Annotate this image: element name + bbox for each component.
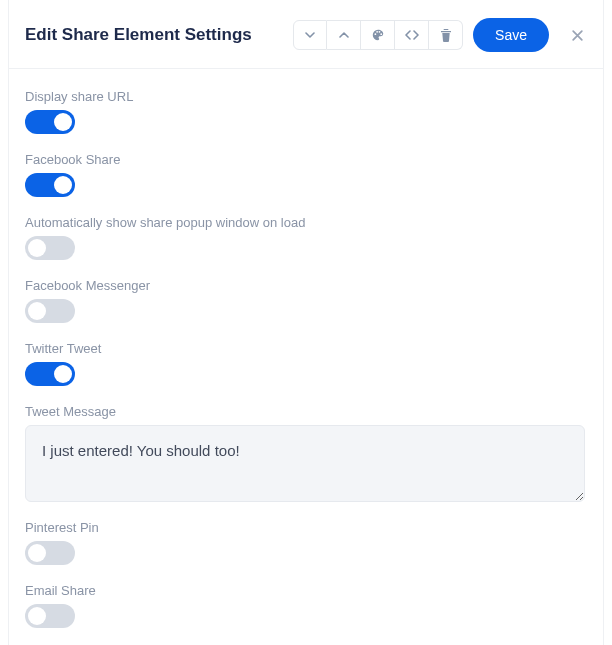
trash-icon (440, 28, 452, 42)
header-actions: Save (293, 18, 587, 52)
toggle-email-share[interactable] (25, 604, 75, 628)
field-label: Automatically show share popup window on… (25, 215, 587, 230)
delete-button[interactable] (429, 20, 463, 50)
field-label: Tweet Message (25, 404, 587, 419)
field-label: Pinterest Pin (25, 520, 587, 535)
toggle-knob (28, 239, 46, 257)
field-display-share-url: Display share URL (25, 89, 587, 138)
code-icon (405, 29, 419, 41)
settings-panel: Edit Share Element Settings (8, 0, 604, 645)
field-facebook-messenger: Facebook Messenger (25, 278, 587, 327)
toggle-knob (54, 176, 72, 194)
field-label: Email Share (25, 583, 587, 598)
panel-title: Edit Share Element Settings (25, 25, 252, 45)
chevron-down-icon (305, 30, 315, 40)
toolbar-icon-group (293, 20, 463, 50)
tweet-message-input[interactable] (25, 425, 585, 502)
toggle-knob (28, 544, 46, 562)
palette-icon (371, 28, 385, 42)
move-down-button[interactable] (293, 20, 327, 50)
close-icon (571, 29, 584, 42)
field-facebook-share: Facebook Share (25, 152, 587, 201)
toggle-knob (54, 365, 72, 383)
toggle-facebook-share[interactable] (25, 173, 75, 197)
toggle-display-share-url[interactable] (25, 110, 75, 134)
field-auto-popup: Automatically show share popup window on… (25, 215, 587, 264)
save-button[interactable]: Save (473, 18, 549, 52)
toggle-pinterest-pin[interactable] (25, 541, 75, 565)
code-button[interactable] (395, 20, 429, 50)
field-label: Facebook Share (25, 152, 587, 167)
style-button[interactable] (361, 20, 395, 50)
toggle-auto-popup[interactable] (25, 236, 75, 260)
toggle-facebook-messenger[interactable] (25, 299, 75, 323)
panel-body: Display share URL Facebook Share Automat… (9, 69, 603, 645)
field-twitter-tweet: Twitter Tweet (25, 341, 587, 390)
field-label: Twitter Tweet (25, 341, 587, 356)
toggle-twitter-tweet[interactable] (25, 362, 75, 386)
panel-header: Edit Share Element Settings (9, 0, 603, 69)
field-label: Facebook Messenger (25, 278, 587, 293)
move-up-button[interactable] (327, 20, 361, 50)
close-button[interactable] (567, 25, 587, 45)
toggle-knob (28, 302, 46, 320)
field-tweet-message: Tweet Message (25, 404, 587, 506)
chevron-up-icon (339, 30, 349, 40)
field-pinterest-pin: Pinterest Pin (25, 520, 587, 569)
field-email-share: Email Share (25, 583, 587, 632)
field-label: Display share URL (25, 89, 587, 104)
toggle-knob (28, 607, 46, 625)
toggle-knob (54, 113, 72, 131)
